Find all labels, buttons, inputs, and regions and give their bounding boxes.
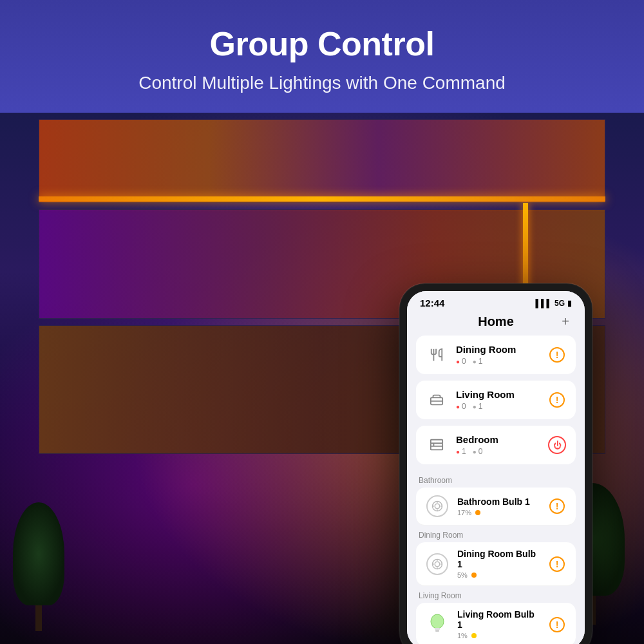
- living-offline: ● 0: [456, 402, 466, 411]
- dot-red-dining: ●: [456, 358, 460, 365]
- bathroom-bulb-dot: [475, 510, 480, 515]
- dining-room-info: Dining Room ● 0 ● 1: [456, 344, 540, 366]
- dining-bulb-dot: [471, 573, 477, 578]
- living-online: ● 1: [473, 402, 483, 411]
- living-room-stats: ● 0 ● 1: [456, 402, 540, 411]
- power-icon-bedroom: ⏻: [548, 436, 566, 454]
- dining-room-stats: ● 0 ● 1: [456, 357, 540, 366]
- page-subtitle: Control Multiple Lightings with One Comm…: [13, 73, 631, 93]
- dining-offline: ● 0: [456, 357, 466, 366]
- warning-icon-bathroom-bulb: !: [549, 498, 565, 514]
- phone-container: 12:44 ▌▌▌ 5G ▮ Home +: [399, 283, 592, 644]
- battery-icon: ▮: [567, 299, 572, 308]
- living-bulb-percent: 1%: [457, 632, 468, 639]
- dining-bulb-name: Dining Room Bulb 1: [457, 549, 540, 569]
- warning-icon-living: !: [549, 392, 565, 408]
- phone-frame: 12:44 ▌▌▌ 5G ▮ Home +: [399, 283, 592, 644]
- header-section: Group Control Control Multiple Lightings…: [0, 0, 644, 113]
- svg-point-9: [435, 562, 440, 567]
- network-label: 5G: [554, 299, 565, 308]
- living-bulb-dot: [471, 633, 477, 638]
- dining-bulb-action[interactable]: !: [547, 554, 567, 574]
- phone-screen: 12:44 ▌▌▌ 5G ▮ Home +: [407, 291, 585, 644]
- bedroom-offline: ● 1: [456, 447, 466, 456]
- signal-icon: ▌▌▌: [535, 299, 552, 308]
- living-bulb-card[interactable]: Living Room Bulb 1 1% !: [416, 603, 576, 644]
- room-card-living[interactable]: Living Room ● 0 ● 1: [416, 381, 576, 419]
- status-time: 12:44: [420, 298, 444, 308]
- dining-bulb-percent: 5%: [457, 571, 468, 579]
- bedroom-stats: ● 1 ● 0: [456, 447, 540, 456]
- bathroom-bulb-percent: 17%: [457, 509, 471, 516]
- warning-icon-dining-bulb: !: [549, 556, 565, 572]
- bedroom-icon: [425, 433, 448, 457]
- add-button[interactable]: +: [558, 314, 573, 329]
- living-room-name: Living Room: [456, 389, 540, 400]
- orange-strip-top: [39, 196, 605, 202]
- bathroom-bulb-name: Bathroom Bulb 1: [457, 497, 540, 507]
- tree-left: [13, 502, 64, 631]
- living-room-icon: [425, 388, 448, 412]
- svg-point-3: [435, 504, 440, 509]
- dining-bulb-info: Dining Room Bulb 1 5%: [457, 549, 540, 579]
- bedroom-action[interactable]: ⏻: [547, 435, 567, 455]
- app-content: Dining Room ● 0 ● 1: [407, 336, 585, 644]
- floor-top: [39, 119, 605, 203]
- living-bulb-stats: 1%: [457, 632, 540, 639]
- dot-gray-dining: ●: [473, 358, 477, 365]
- rooms-section: Dining Room ● 0 ● 1: [407, 336, 585, 464]
- dining-bulb-icon: [425, 552, 450, 576]
- bathroom-bulb-icon: [425, 494, 450, 518]
- living-room-info: Living Room ● 0 ● 1: [456, 389, 540, 411]
- room-card-bedroom[interactable]: Bedroom ● 1 ● 0: [416, 426, 576, 464]
- dot-gray-living: ●: [473, 403, 477, 410]
- bedroom-online: ● 0: [473, 447, 483, 456]
- bathroom-bulb-card[interactable]: Bathroom Bulb 1 17% !: [416, 488, 576, 526]
- living-bulb-icon: [425, 612, 450, 637]
- dining-online: ● 1: [473, 357, 483, 366]
- bathroom-bulb-action[interactable]: !: [547, 497, 567, 516]
- app-title: Home: [434, 314, 558, 329]
- house-section: 12:44 ▌▌▌ 5G ▮ Home +: [0, 113, 644, 644]
- page-wrapper: Group Control Control Multiple Lightings…: [0, 0, 644, 644]
- warning-icon-dining: !: [549, 347, 565, 363]
- bedroom-info: Bedroom ● 1 ● 0: [456, 434, 540, 456]
- dot-gray-bedroom: ●: [473, 448, 477, 455]
- living-bulb-shape-container: [428, 612, 446, 637]
- app-header: Home +: [407, 311, 585, 336]
- dining-bulb-card[interactable]: Dining Room Bulb 1 5% !: [416, 542, 576, 586]
- dining-room-icon: [425, 343, 448, 366]
- bathroom-section-label: Bathroom: [407, 471, 585, 488]
- living-bulb-info: Living Room Bulb 1 1%: [457, 609, 540, 639]
- svg-point-14: [431, 614, 444, 629]
- dot-red-living: ●: [456, 403, 460, 410]
- bathroom-bulb-stats: 17%: [457, 509, 540, 516]
- room-card-dining[interactable]: Dining Room ● 0 ● 1: [416, 336, 576, 374]
- status-bar: 12:44 ▌▌▌ 5G ▮: [407, 291, 585, 311]
- dining-bulb-circle: [426, 553, 448, 575]
- living-room-section-label: Living Room: [407, 586, 585, 603]
- svg-rect-16: [435, 630, 439, 632]
- living-action[interactable]: !: [547, 390, 567, 410]
- dining-action[interactable]: !: [547, 345, 567, 365]
- status-icons: ▌▌▌ 5G ▮: [535, 299, 572, 308]
- dot-red-bedroom: ●: [456, 448, 460, 455]
- dining-room-name: Dining Room: [456, 344, 540, 355]
- warning-icon-living-bulb: !: [549, 617, 565, 632]
- bedroom-room-name: Bedroom: [456, 434, 540, 445]
- dining-room-section-label: Dining Room: [407, 526, 585, 542]
- svg-rect-15: [435, 628, 440, 630]
- dining-bulb-stats: 5%: [457, 571, 540, 579]
- living-bulb-name: Living Room Bulb 1: [457, 609, 540, 630]
- living-bulb-action[interactable]: !: [547, 615, 567, 634]
- bathroom-bulb-circle: [426, 495, 448, 517]
- bathroom-bulb-info: Bathroom Bulb 1 17%: [457, 497, 540, 516]
- page-title: Group Control: [13, 26, 631, 62]
